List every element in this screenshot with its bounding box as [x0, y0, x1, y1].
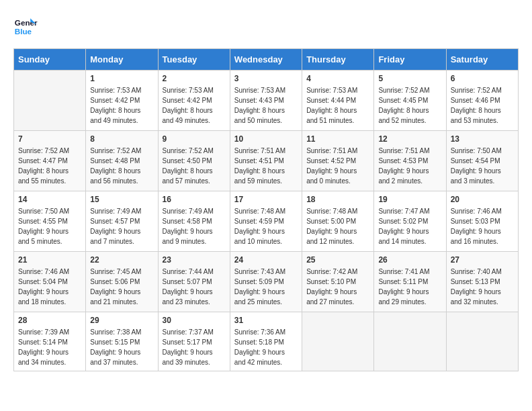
- sunset-text: Sunset: 5:04 PM: [18, 277, 81, 287]
- day-number: 20: [451, 195, 514, 204]
- sunset-text: Sunset: 4:47 PM: [18, 156, 81, 166]
- calendar-week-row: 7 Sunrise: 7:52 AM Sunset: 4:47 PM Dayli…: [14, 131, 519, 191]
- calendar-cell: 13 Sunrise: 7:50 AM Sunset: 4:54 PM Dayl…: [446, 131, 518, 191]
- sunset-text: Sunset: 4:54 PM: [451, 156, 514, 166]
- sunset-text: Sunset: 5:07 PM: [163, 277, 226, 287]
- sunset-text: Sunset: 5:03 PM: [451, 216, 514, 226]
- sunrise-text: Sunrise: 7:53 AM: [90, 85, 153, 95]
- calendar-cell: 12 Sunrise: 7:51 AM Sunset: 4:53 PM Dayl…: [374, 131, 446, 191]
- sunrise-text: Sunrise: 7:49 AM: [163, 206, 226, 216]
- daylight-text: Daylight: 9 hours and 29 minutes.: [378, 287, 441, 307]
- sunrise-text: Sunrise: 7:37 AM: [163, 327, 226, 337]
- sunset-text: Sunset: 5:11 PM: [378, 277, 441, 287]
- sunrise-text: Sunrise: 7:38 AM: [90, 327, 153, 337]
- sunrise-text: Sunrise: 7:50 AM: [18, 206, 81, 216]
- sunset-text: Sunset: 4:48 PM: [90, 156, 153, 166]
- calendar-week-row: 1 Sunrise: 7:53 AM Sunset: 4:42 PM Dayli…: [14, 71, 519, 131]
- calendar-week-row: 28 Sunrise: 7:39 AM Sunset: 5:14 PM Dayl…: [14, 312, 519, 371]
- day-info: Sunrise: 7:48 AM Sunset: 4:59 PM Dayligh…: [234, 206, 298, 246]
- calendar-header-cell: Sunday: [14, 49, 86, 71]
- day-number: 16: [163, 195, 226, 204]
- sunrise-text: Sunrise: 7:45 AM: [90, 267, 153, 277]
- logo-icon: General Blue: [13, 13, 38, 38]
- day-number: 17: [234, 195, 298, 204]
- calendar-header-row: SundayMondayTuesdayWednesdayThursdayFrid…: [14, 49, 519, 71]
- day-number: 6: [451, 74, 514, 83]
- calendar-cell: [14, 71, 86, 131]
- calendar-cell: [374, 312, 446, 371]
- daylight-text: Daylight: 9 hours and 27 minutes.: [306, 287, 369, 307]
- sunrise-text: Sunrise: 7:41 AM: [378, 267, 441, 277]
- sunset-text: Sunset: 4:42 PM: [163, 95, 226, 105]
- calendar-header-cell: Monday: [86, 49, 158, 71]
- day-info: Sunrise: 7:53 AM Sunset: 4:43 PM Dayligh…: [234, 85, 298, 126]
- sunrise-text: Sunrise: 7:51 AM: [234, 146, 298, 156]
- calendar-header-cell: Friday: [374, 49, 446, 71]
- daylight-text: Daylight: 9 hours and 37 minutes.: [90, 347, 153, 367]
- calendar-cell: 30 Sunrise: 7:37 AM Sunset: 5:17 PM Dayl…: [158, 312, 230, 371]
- daylight-text: Daylight: 8 hours and 56 minutes.: [90, 166, 153, 186]
- day-number: 22: [90, 255, 153, 265]
- sunrise-text: Sunrise: 7:39 AM: [18, 327, 81, 337]
- daylight-text: Daylight: 9 hours and 16 minutes.: [451, 226, 514, 246]
- calendar-table: SundayMondayTuesdayWednesdayThursdayFrid…: [13, 48, 519, 371]
- sunset-text: Sunset: 5:09 PM: [234, 277, 298, 287]
- day-number: 15: [90, 195, 153, 204]
- sunset-text: Sunset: 5:18 PM: [234, 337, 298, 347]
- sunrise-text: Sunrise: 7:44 AM: [163, 267, 226, 277]
- day-number: 11: [306, 134, 369, 144]
- sunrise-text: Sunrise: 7:52 AM: [90, 146, 153, 156]
- sunrise-text: Sunrise: 7:53 AM: [234, 85, 298, 95]
- day-info: Sunrise: 7:49 AM Sunset: 4:58 PM Dayligh…: [163, 206, 226, 246]
- day-number: 7: [18, 134, 81, 144]
- daylight-text: Daylight: 9 hours and 12 minutes.: [306, 226, 369, 246]
- day-info: Sunrise: 7:50 AM Sunset: 4:54 PM Dayligh…: [451, 146, 514, 186]
- calendar-cell: 20 Sunrise: 7:46 AM Sunset: 5:03 PM Dayl…: [446, 191, 518, 252]
- daylight-text: Daylight: 9 hours and 23 minutes.: [163, 287, 226, 307]
- daylight-text: Daylight: 8 hours and 51 minutes.: [306, 105, 369, 126]
- daylight-text: Daylight: 9 hours and 2 minutes.: [378, 166, 441, 186]
- day-info: Sunrise: 7:48 AM Sunset: 5:00 PM Dayligh…: [306, 206, 369, 246]
- sunset-text: Sunset: 5:10 PM: [306, 277, 369, 287]
- daylight-text: Daylight: 8 hours and 52 minutes.: [378, 105, 441, 126]
- calendar-cell: [302, 312, 374, 371]
- sunset-text: Sunset: 4:52 PM: [306, 156, 369, 166]
- day-info: Sunrise: 7:49 AM Sunset: 4:57 PM Dayligh…: [90, 206, 153, 246]
- sunrise-text: Sunrise: 7:53 AM: [306, 85, 369, 95]
- daylight-text: Daylight: 8 hours and 53 minutes.: [451, 105, 514, 126]
- day-info: Sunrise: 7:53 AM Sunset: 4:44 PM Dayligh…: [306, 85, 369, 126]
- calendar-cell: 7 Sunrise: 7:52 AM Sunset: 4:47 PM Dayli…: [14, 131, 86, 191]
- daylight-text: Daylight: 9 hours and 32 minutes.: [451, 287, 514, 307]
- calendar-cell: 31 Sunrise: 7:36 AM Sunset: 5:18 PM Dayl…: [230, 312, 302, 371]
- day-info: Sunrise: 7:45 AM Sunset: 5:06 PM Dayligh…: [90, 267, 153, 307]
- day-number: 24: [234, 255, 298, 265]
- daylight-text: Daylight: 9 hours and 39 minutes.: [163, 347, 226, 367]
- svg-text:Blue: Blue: [15, 27, 32, 36]
- sunset-text: Sunset: 4:50 PM: [163, 156, 226, 166]
- daylight-text: Daylight: 9 hours and 10 minutes.: [234, 226, 298, 246]
- calendar-cell: 29 Sunrise: 7:38 AM Sunset: 5:15 PM Dayl…: [86, 312, 158, 371]
- day-info: Sunrise: 7:46 AM Sunset: 5:03 PM Dayligh…: [451, 206, 514, 246]
- day-number: 29: [90, 316, 153, 325]
- sunset-text: Sunset: 4:44 PM: [306, 95, 369, 105]
- daylight-text: Daylight: 9 hours and 0 minutes.: [306, 166, 369, 186]
- calendar-header-cell: Tuesday: [158, 49, 230, 71]
- sunrise-text: Sunrise: 7:36 AM: [234, 327, 298, 337]
- calendar-cell: 25 Sunrise: 7:42 AM Sunset: 5:10 PM Dayl…: [302, 252, 374, 312]
- sunrise-text: Sunrise: 7:52 AM: [163, 146, 226, 156]
- logo: General Blue: [13, 13, 40, 38]
- sunset-text: Sunset: 5:06 PM: [90, 277, 153, 287]
- calendar-cell: 27 Sunrise: 7:40 AM Sunset: 5:13 PM Dayl…: [446, 252, 518, 312]
- sunrise-text: Sunrise: 7:46 AM: [451, 206, 514, 216]
- daylight-text: Daylight: 9 hours and 3 minutes.: [451, 166, 514, 186]
- sunrise-text: Sunrise: 7:51 AM: [306, 146, 369, 156]
- calendar-cell: 5 Sunrise: 7:52 AM Sunset: 4:45 PM Dayli…: [374, 71, 446, 131]
- calendar-cell: 15 Sunrise: 7:49 AM Sunset: 4:57 PM Dayl…: [86, 191, 158, 252]
- sunset-text: Sunset: 5:02 PM: [378, 216, 441, 226]
- calendar-cell: 21 Sunrise: 7:46 AM Sunset: 5:04 PM Dayl…: [14, 252, 86, 312]
- sunset-text: Sunset: 4:55 PM: [18, 216, 81, 226]
- day-info: Sunrise: 7:53 AM Sunset: 4:42 PM Dayligh…: [90, 85, 153, 126]
- calendar-cell: 22 Sunrise: 7:45 AM Sunset: 5:06 PM Dayl…: [86, 252, 158, 312]
- sunset-text: Sunset: 4:43 PM: [234, 95, 298, 105]
- sunrise-text: Sunrise: 7:52 AM: [378, 85, 441, 95]
